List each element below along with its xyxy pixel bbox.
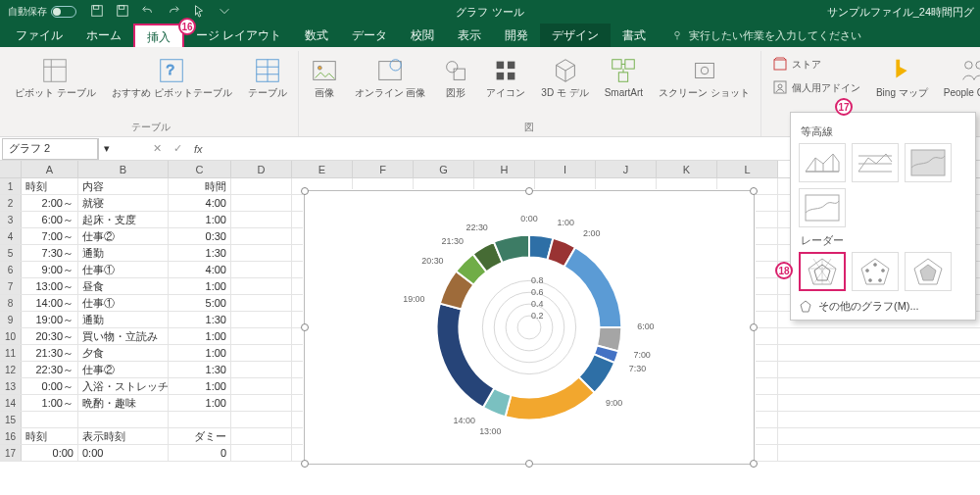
more-charts-button[interactable]: その他のグラフ(M)... xyxy=(799,299,967,314)
bing-maps-button[interactable]: Bing マップ xyxy=(871,53,933,101)
cell[interactable] xyxy=(78,412,169,427)
row-header[interactable]: 6 xyxy=(0,262,22,277)
store-button[interactable]: ストア xyxy=(767,53,826,74)
tab-design[interactable]: デザイン xyxy=(540,24,611,47)
cell[interactable] xyxy=(231,445,292,461)
resize-handle[interactable] xyxy=(750,323,758,331)
cell[interactable]: 表示時刻 xyxy=(78,428,169,444)
tellme-search[interactable]: 実行したい作業を入力してください xyxy=(671,24,861,47)
cell[interactable]: 19:00～ xyxy=(22,312,78,327)
col-header-I[interactable]: I xyxy=(535,161,596,177)
shapes-button[interactable]: 図形 xyxy=(436,53,475,101)
row-header[interactable]: 16 xyxy=(0,428,22,444)
cell[interactable] xyxy=(231,228,292,244)
cell[interactable]: 4:00 xyxy=(169,262,231,277)
pivot-table-button[interactable]: ピボット テーブル xyxy=(10,53,101,101)
cell[interactable]: 仕事① xyxy=(78,262,169,277)
tab-formulas[interactable]: 数式 xyxy=(293,24,340,47)
select-all-corner[interactable] xyxy=(0,161,22,177)
col-header-G[interactable]: G xyxy=(414,161,474,177)
cell[interactable]: 1:30 xyxy=(169,312,231,327)
cell[interactable]: 入浴・ストレッチ xyxy=(78,378,169,394)
cell[interactable]: 通勤 xyxy=(78,245,169,261)
cell[interactable] xyxy=(231,212,292,227)
cell[interactable]: 昼食 xyxy=(78,278,169,294)
col-header-L[interactable]: L xyxy=(717,161,778,177)
row-header[interactable]: 1 xyxy=(0,178,22,194)
resize-handle[interactable] xyxy=(525,187,533,195)
icons-button[interactable]: アイコン xyxy=(481,53,530,101)
redo-icon[interactable] xyxy=(167,4,180,20)
undo-icon[interactable] xyxy=(141,4,155,20)
cell[interactable]: 1:00 xyxy=(169,212,231,227)
save-as-icon[interactable] xyxy=(116,4,129,20)
cell[interactable] xyxy=(231,428,292,444)
cell[interactable]: 時刻 xyxy=(22,178,78,194)
cell[interactable]: 仕事② xyxy=(78,228,169,244)
tab-pagelayout[interactable]: ージ レイアウト xyxy=(184,24,293,47)
cell[interactable]: 通勤 xyxy=(78,312,169,327)
resize-handle[interactable] xyxy=(525,460,533,468)
cell[interactable]: 5:00 xyxy=(169,295,231,311)
cell[interactable]: 7:30～ xyxy=(22,245,78,261)
embedded-chart[interactable]: 0:001:002:006:007:007:309:0013:0014:0019… xyxy=(304,190,755,465)
recommended-pivot-button[interactable]: ? おすすめ ピボットテーブル xyxy=(107,53,237,101)
cell[interactable] xyxy=(231,395,292,411)
cell[interactable]: 1:00 xyxy=(169,328,231,344)
row-header[interactable]: 10 xyxy=(0,328,22,344)
cell[interactable]: 7:00～ xyxy=(22,228,78,244)
tab-data[interactable]: データ xyxy=(340,24,399,47)
cell[interactable] xyxy=(231,378,292,394)
autosave-pill[interactable] xyxy=(51,6,76,18)
tab-format[interactable]: 書式 xyxy=(611,24,658,47)
row-header[interactable]: 9 xyxy=(0,312,22,327)
autosave-toggle[interactable]: 自動保存 xyxy=(8,5,76,19)
resize-handle[interactable] xyxy=(750,187,758,195)
cell[interactable] xyxy=(231,362,292,377)
cancel-formula-icon[interactable]: ✕ xyxy=(153,142,162,155)
tab-developer[interactable]: 開発 xyxy=(493,24,540,47)
cell[interactable]: 買い物・立読み xyxy=(78,328,169,344)
cell[interactable]: 就寝 xyxy=(78,195,169,211)
cell[interactable] xyxy=(231,295,292,311)
col-header-F[interactable]: F xyxy=(353,161,414,177)
cell[interactable] xyxy=(231,262,292,277)
row-header[interactable]: 4 xyxy=(0,228,22,244)
cell[interactable]: 仕事② xyxy=(78,362,169,377)
3d-model-button[interactable]: 3D モ デル xyxy=(536,53,593,101)
resize-handle[interactable] xyxy=(301,323,309,331)
cell[interactable] xyxy=(231,312,292,327)
cell[interactable]: 0:00～ xyxy=(22,378,78,394)
row-header[interactable]: 8 xyxy=(0,295,22,311)
cell[interactable]: 仕事① xyxy=(78,295,169,311)
surface-3d-thumb[interactable] xyxy=(799,143,846,182)
tab-insert[interactable]: 挿入 xyxy=(133,24,184,47)
save-icon[interactable] xyxy=(90,4,104,20)
cell[interactable]: 1:00～ xyxy=(22,395,78,411)
cell[interactable]: 0 xyxy=(169,445,231,461)
cell[interactable]: 内容 xyxy=(78,178,169,194)
cell[interactable] xyxy=(231,195,292,211)
cell[interactable]: 1:00 xyxy=(169,395,231,411)
wireframe-3d-thumb[interactable] xyxy=(852,143,899,182)
cell[interactable]: 0:00 xyxy=(78,445,169,461)
cursor-icon[interactable] xyxy=(192,4,206,20)
col-header-B[interactable]: B xyxy=(78,161,169,177)
cell[interactable]: 14:00～ xyxy=(22,295,78,311)
cell[interactable] xyxy=(231,328,292,344)
cell[interactable]: 晩酌・趣味 xyxy=(78,395,169,411)
cell[interactable]: 13:00～ xyxy=(22,278,78,294)
col-header-D[interactable]: D xyxy=(231,161,292,177)
cell[interactable]: 起床・支度 xyxy=(78,212,169,227)
accept-formula-icon[interactable]: ✓ xyxy=(173,142,182,155)
smartart-button[interactable]: SmartArt xyxy=(600,53,648,101)
cell[interactable]: 21:30～ xyxy=(22,345,78,361)
row-header[interactable]: 13 xyxy=(0,378,22,394)
cell[interactable]: 0:30 xyxy=(169,228,231,244)
tab-file[interactable]: ファイル xyxy=(4,24,74,47)
cell[interactable] xyxy=(22,412,78,427)
cell[interactable]: 9:00～ xyxy=(22,262,78,277)
radar-markers-thumb[interactable] xyxy=(852,252,899,291)
row-header[interactable]: 5 xyxy=(0,245,22,261)
cell[interactable] xyxy=(231,345,292,361)
